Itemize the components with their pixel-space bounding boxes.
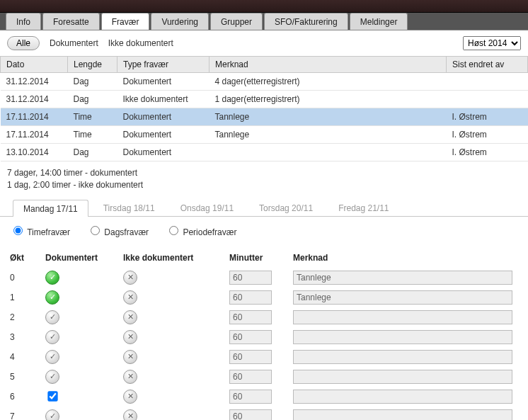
table-row[interactable]: 13.10.2014DagDokumentertI. Østrem xyxy=(1,144,528,161)
main-tab-foresatte[interactable]: Foresatte xyxy=(42,13,100,30)
summary-line2: 1 dag, 2:00 timer - ikke dokumentert xyxy=(7,179,521,191)
check-icon[interactable]: ✓ xyxy=(45,271,59,285)
cell-merknad: Tannlege xyxy=(210,126,447,144)
table-row[interactable]: 17.11.2014TimeDokumentertTannlegeI. Østr… xyxy=(1,108,528,126)
filter-dokumentert-link[interactable]: Dokumentert xyxy=(50,38,98,48)
col-merknad[interactable]: Merknad xyxy=(210,57,447,73)
cell-type: Dokumentert xyxy=(117,73,210,91)
check-icon[interactable]: ✓ xyxy=(45,290,59,305)
cell-lengde: Dag xyxy=(68,73,117,91)
cell-merknad: Tannlege xyxy=(210,108,447,126)
cell-lengde: Time xyxy=(68,126,117,144)
filter-ikke-dokumentert-link[interactable]: Ikke dokumentert xyxy=(108,38,173,48)
minutter-input[interactable] xyxy=(229,290,272,305)
check-grey-icon[interactable]: ✓ xyxy=(45,330,59,344)
summary-line1: 7 dager, 14:00 timer - dokumentert xyxy=(7,167,521,179)
merknad-input[interactable] xyxy=(293,370,512,384)
cross-icon[interactable]: ✕ xyxy=(123,350,137,364)
day-tab-2[interactable]: Onsdag 19/11 xyxy=(170,199,244,216)
detail-row: 5✓✕ xyxy=(10,368,518,386)
filter-alle-button[interactable]: Alle xyxy=(7,36,40,50)
merknad-input[interactable] xyxy=(293,310,512,324)
table-row[interactable]: 31.12.2014DagDokumentert4 dager(etterreg… xyxy=(1,73,528,91)
detail-col-ikke: Ikke dokumentert xyxy=(123,250,229,267)
detail-panel: Økt Dokumentert Ikke dokumentert Minutte… xyxy=(0,244,528,420)
cross-icon[interactable]: ✕ xyxy=(123,330,137,344)
main-tab-bar: InfoForesatteFraværVurderingGrupperSFO/F… xyxy=(0,13,528,30)
main-tab-sfo-fakturering[interactable]: SFO/Fakturering xyxy=(264,13,348,30)
check-grey-icon[interactable]: ✓ xyxy=(45,350,59,364)
radio-dagsfravaer-input[interactable] xyxy=(91,226,100,235)
radio-dagsfravaer-label: Dagsfravær xyxy=(104,227,149,237)
merknad-input[interactable] xyxy=(293,271,512,285)
main-tab-info[interactable]: Info xyxy=(6,13,41,30)
cell-dato: 17.11.2014 xyxy=(1,108,68,126)
day-tab-4[interactable]: Fredag 21/11 xyxy=(328,199,399,216)
minutter-input[interactable] xyxy=(229,271,272,285)
cross-icon[interactable]: ✕ xyxy=(123,409,137,420)
detail-row: 1✓✕ xyxy=(10,288,518,307)
day-tab-3[interactable]: Torsdag 20/11 xyxy=(248,199,323,216)
check-grey-icon[interactable]: ✓ xyxy=(45,409,59,420)
minutter-input[interactable] xyxy=(229,330,272,344)
okt-cell: 1 xyxy=(10,288,45,307)
day-tab-0[interactable]: Mandag 17/11 xyxy=(13,200,88,217)
col-sist-endret[interactable]: Sist endret av xyxy=(447,57,528,73)
day-tab-1[interactable]: Tirsdag 18/11 xyxy=(93,199,166,216)
cross-icon[interactable]: ✕ xyxy=(123,390,137,404)
merknad-input[interactable] xyxy=(293,409,512,420)
minutter-input[interactable] xyxy=(229,350,272,364)
okt-cell: 0 xyxy=(10,268,45,287)
main-tab-vurdering[interactable]: Vurdering xyxy=(151,13,209,30)
okt-cell: 2 xyxy=(10,308,45,327)
filter-bar: Alle Dokumentert Ikke dokumentert Høst 2… xyxy=(0,30,528,56)
detail-row: 7✓✕ xyxy=(10,407,518,420)
cell-merknad xyxy=(210,144,447,161)
col-type[interactable]: Type fravær xyxy=(117,57,210,73)
merknad-input[interactable] xyxy=(293,350,512,364)
radio-dagsfravaer[interactable]: Dagsfravær xyxy=(87,224,149,237)
detail-col-min: Minutter xyxy=(229,250,293,267)
minutter-input[interactable] xyxy=(229,310,272,324)
radio-periodefravaer-input[interactable] xyxy=(169,226,178,235)
cell-dato: 31.12.2014 xyxy=(1,73,68,91)
cell-dato: 17.11.2014 xyxy=(1,126,68,144)
table-row[interactable]: 31.12.2014DagIkke dokumentert1 dager(ett… xyxy=(1,91,528,108)
main-tab-meldinger[interactable]: Meldinger xyxy=(350,13,408,30)
col-lengde[interactable]: Lengde xyxy=(68,57,117,73)
main-tab-grupper[interactable]: Grupper xyxy=(210,13,263,30)
cross-icon[interactable]: ✕ xyxy=(123,370,137,384)
minutter-input[interactable] xyxy=(229,409,272,420)
cell-dato: 13.10.2014 xyxy=(1,144,68,161)
cross-icon[interactable]: ✕ xyxy=(123,310,137,324)
merknad-input[interactable] xyxy=(293,390,512,404)
okt-cell: 3 xyxy=(10,328,45,346)
minutter-input[interactable] xyxy=(229,390,272,404)
okt-cell: 6 xyxy=(10,387,45,406)
radio-timefravaer-input[interactable] xyxy=(13,226,23,235)
check-grey-icon[interactable]: ✓ xyxy=(45,370,59,384)
dokumentert-checkbox[interactable] xyxy=(47,391,57,401)
term-select[interactable]: Høst 2014 xyxy=(463,36,521,50)
cell-type: Dokumentert xyxy=(117,108,210,126)
detail-col-merk: Merknad xyxy=(293,250,518,267)
detail-col-okt: Økt xyxy=(10,250,45,267)
cell-dato: 31.12.2014 xyxy=(1,91,68,108)
minutter-input[interactable] xyxy=(229,370,272,384)
window-top-bar xyxy=(0,0,528,13)
merknad-input[interactable] xyxy=(293,290,512,305)
cross-icon[interactable]: ✕ xyxy=(123,271,137,285)
radio-timefravaer[interactable]: Timefravær xyxy=(10,224,70,237)
radio-periodefravaer[interactable]: Periodefravær xyxy=(166,224,236,237)
table-row[interactable]: 17.11.2014TimeDokumentertTannlegeI. Østr… xyxy=(1,126,528,144)
main-tab-frav-r[interactable]: Fravær xyxy=(101,13,150,30)
cell-type: Dokumentert xyxy=(117,126,210,144)
cross-icon[interactable]: ✕ xyxy=(123,290,137,305)
col-dato[interactable]: Dato xyxy=(1,57,68,73)
cell-type: Ikke dokumentert xyxy=(117,91,210,108)
detail-row: 2✓✕ xyxy=(10,308,518,327)
radio-periodefravaer-label: Periodefravær xyxy=(183,227,236,237)
cell-sist: I. Østrem xyxy=(447,126,528,144)
check-grey-icon[interactable]: ✓ xyxy=(45,310,59,324)
merknad-input[interactable] xyxy=(293,330,512,344)
